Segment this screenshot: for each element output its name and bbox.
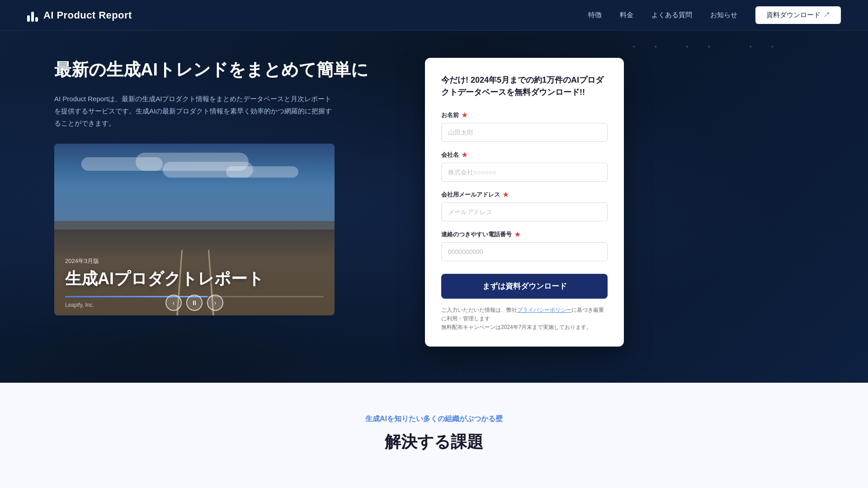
cloud-4 xyxy=(163,162,253,178)
form-label-company: 会社名 ★ xyxy=(441,151,608,159)
form-label-name: お名前 ★ xyxy=(441,111,608,119)
hero-left: 最新の生成AIトレンドをまとめて簡単に AI Product Reportは、最… xyxy=(54,58,398,315)
download-form-panel: 今だけ! 2024年5月までの約1万件のAIプロダクトデータベースを無料ダウンロ… xyxy=(425,58,624,347)
form-label-email: 会社用メールアドレス ★ xyxy=(441,191,608,199)
form-field-company: 会社名 ★ xyxy=(441,151,608,182)
nav-links: 特徴 料金 よくある質問 お知らせ 資料ダウンロード ↗ xyxy=(588,6,841,24)
site-title: AI Product Report xyxy=(43,9,132,21)
slide-company: Leapify, Inc. xyxy=(65,302,94,308)
form-label-phone: 連絡のつきやすい電話番号 ★ xyxy=(441,230,608,239)
hero-description: AI Product Reportは、最新の生成AIプロダクト情報をまとめたデー… xyxy=(54,93,335,129)
required-mark-email: ★ xyxy=(503,191,509,199)
input-company[interactable] xyxy=(441,163,608,182)
form-note: ご入力いただいた情報は、弊社プライバシーポリシーに基づき厳重に利用・管理します … xyxy=(441,306,608,332)
slideshow: 2024年3月版 生成AIプロダクトレポート Leapify, Inc. ‹ ⏸… xyxy=(54,144,335,315)
hero-title: 最新の生成AIトレンドをまとめて簡単に xyxy=(54,58,398,82)
download-form: お名前 ★ 会社名 ★ 会社用メールアドレス ★ xyxy=(441,111,608,332)
lower-title: 解決する課題 xyxy=(385,431,483,453)
privacy-policy-link[interactable]: プライバシーポリシー xyxy=(517,307,571,313)
nav-link-pricing[interactable]: 料金 xyxy=(620,11,633,19)
required-mark-company: ★ xyxy=(462,151,467,159)
nav-link-news[interactable]: お知らせ xyxy=(710,11,737,19)
slide-next-button[interactable]: › xyxy=(207,295,223,311)
slide-edition: 2024年3月版 xyxy=(65,257,324,265)
form-field-email: 会社用メールアドレス ★ xyxy=(441,191,608,221)
navbar: AI Product Report 特徴 料金 よくある質問 お知らせ 資料ダウ… xyxy=(0,0,868,31)
nav-link-faq[interactable]: よくある質問 xyxy=(651,11,692,19)
input-phone[interactable] xyxy=(441,242,608,261)
form-heading: 今だけ! 2024年5月までの約1万件のAIプロダクトデータベースを無料ダウンロ… xyxy=(441,74,608,99)
nav-link-features[interactable]: 特徴 xyxy=(588,11,602,19)
slide-pause-button[interactable]: ⏸ xyxy=(186,295,203,311)
lower-subtitle: 生成AIを知りたい多くの組織がぶつかる壁 xyxy=(365,414,503,424)
required-mark-name: ★ xyxy=(462,111,467,119)
hero-section: 最新の生成AIトレンドをまとめて簡単に AI Product Reportは、最… xyxy=(0,31,868,383)
slide-prev-button[interactable]: ‹ xyxy=(165,295,182,311)
form-field-name: お名前 ★ xyxy=(441,111,608,142)
nav-cta-button[interactable]: 資料ダウンロード ↗ xyxy=(755,6,841,24)
input-name[interactable] xyxy=(441,123,608,142)
form-submit-button[interactable]: まずは資料ダウンロード xyxy=(441,274,608,299)
form-field-phone: 連絡のつきやすい電話番号 ★ xyxy=(441,230,608,261)
slide-text-overlay: 2024年3月版 生成AIプロダクトレポート xyxy=(65,257,324,288)
required-mark-phone: ★ xyxy=(514,230,520,239)
slide-headline: 生成AIプロダクトレポート xyxy=(65,269,324,288)
lower-section: 生成AIを知りたい多くの組織がぶつかる壁 解決する課題 xyxy=(0,383,868,488)
input-email[interactable] xyxy=(441,202,608,221)
logo[interactable]: AI Product Report xyxy=(27,9,132,22)
logo-icon xyxy=(27,9,38,22)
slide-controls: ‹ ⏸ › xyxy=(165,295,223,311)
